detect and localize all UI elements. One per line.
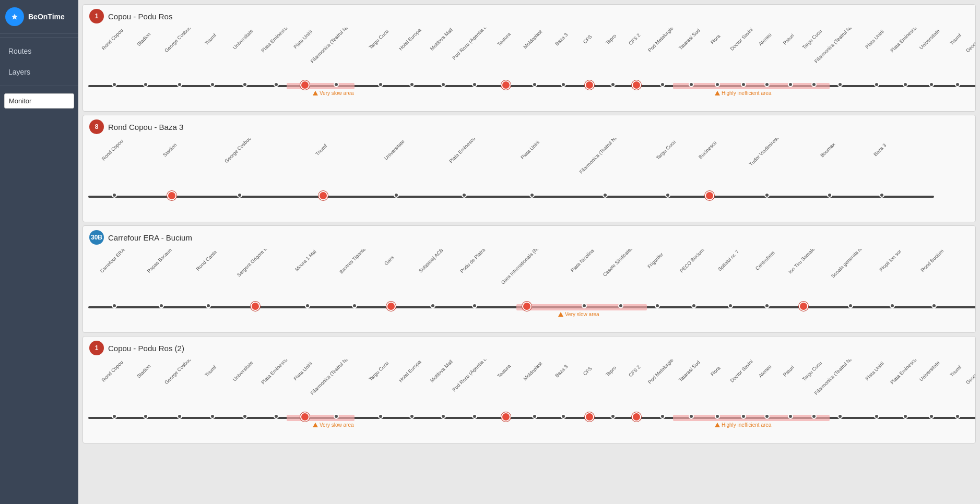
stop-dot[interactable]: [879, 193, 884, 198]
stop-dot[interactable]: [143, 414, 148, 419]
stop-dot[interactable]: [764, 193, 770, 198]
stop-dot[interactable]: [603, 193, 608, 198]
stop-dot[interactable]: [112, 414, 117, 419]
stop-dot[interactable]: [472, 414, 477, 419]
stop-dot[interactable]: [929, 414, 934, 419]
stop-dot[interactable]: [472, 82, 477, 87]
stop-dot[interactable]: [352, 303, 357, 308]
stop-dot-red[interactable]: [522, 302, 532, 311]
stop-dot[interactable]: [274, 82, 279, 87]
sidebar-item-routes[interactable]: Routes: [0, 41, 78, 62]
stop-dot[interactable]: [532, 82, 537, 87]
stop-dot[interactable]: [334, 414, 339, 419]
stop-dot[interactable]: [660, 82, 665, 87]
stop-dot[interactable]: [112, 303, 117, 308]
stop-dot-red[interactable]: [167, 191, 176, 200]
stop-dot[interactable]: [462, 193, 467, 198]
stop-dot-red[interactable]: [799, 302, 808, 311]
stop-dot[interactable]: [529, 193, 535, 198]
stop-dot[interactable]: [788, 82, 793, 87]
stop-dot[interactable]: [206, 303, 211, 308]
stop-dot[interactable]: [472, 303, 477, 308]
stop-dot[interactable]: [665, 193, 670, 198]
stop-dot[interactable]: [305, 303, 310, 308]
stop-dot[interactable]: [561, 82, 566, 87]
stop-dot-red[interactable]: [632, 80, 641, 90]
stop-dot[interactable]: [689, 414, 694, 419]
stop-dot[interactable]: [532, 414, 537, 419]
stop-dot[interactable]: [741, 414, 746, 419]
stop-dot-red[interactable]: [300, 412, 310, 422]
stop-dot[interactable]: [378, 82, 383, 87]
stop-dot[interactable]: [159, 303, 164, 308]
stop-dot[interactable]: [378, 414, 383, 419]
stop-dot[interactable]: [409, 82, 415, 87]
stop-dot[interactable]: [655, 303, 660, 308]
stop-dot[interactable]: [430, 303, 435, 308]
stop-dot[interactable]: [728, 303, 733, 308]
stop-dot[interactable]: [811, 82, 817, 87]
stop-dot[interactable]: [561, 414, 566, 419]
stop-dot-red[interactable]: [501, 412, 511, 422]
stop-dot[interactable]: [177, 82, 182, 87]
stop-dot[interactable]: [143, 82, 148, 87]
timeline-scroll[interactable]: Very slow areaCarrefour ERAPapas Bacauri…: [83, 249, 975, 332]
sidebar-item-layers[interactable]: Layers: [0, 62, 78, 82]
stop-dot[interactable]: [874, 82, 879, 87]
timeline-scroll[interactable]: Very slow area Highly inefficient areaRo…: [83, 359, 975, 443]
stop-dot[interactable]: [274, 414, 279, 419]
timeline-scroll[interactable]: Very slow area Highly inefficient areaRo…: [83, 28, 975, 111]
stop-dot[interactable]: [112, 82, 117, 87]
stop-dot[interactable]: [394, 193, 399, 198]
stop-dot[interactable]: [210, 82, 215, 87]
stop-dot[interactable]: [764, 414, 770, 419]
stop-dot-red[interactable]: [632, 412, 641, 422]
stop-dot[interactable]: [177, 414, 182, 419]
stop-dot[interactable]: [610, 82, 616, 87]
stop-dot[interactable]: [715, 82, 720, 87]
stop-dot[interactable]: [788, 414, 793, 419]
stop-dot[interactable]: [618, 303, 623, 308]
stop-dot[interactable]: [610, 414, 616, 419]
stop-dot[interactable]: [811, 414, 817, 419]
stop-dot[interactable]: [890, 303, 895, 308]
stop-dot[interactable]: [409, 414, 415, 419]
stop-dot[interactable]: [827, 193, 832, 198]
stop-dot-red[interactable]: [318, 191, 328, 200]
timeline-scroll[interactable]: Rond CopouStadionGeorge CosbucTriumfUniv…: [83, 138, 975, 222]
stop-dot[interactable]: [848, 303, 853, 308]
stop-dot-red[interactable]: [300, 80, 310, 90]
stop-dot-red[interactable]: [585, 80, 594, 90]
stop-dot[interactable]: [903, 82, 908, 87]
stop-dot[interactable]: [441, 82, 446, 87]
stop-dot[interactable]: [764, 303, 770, 308]
stop-dot[interactable]: [903, 414, 908, 419]
stop-dot[interactable]: [237, 193, 242, 198]
stop-dot[interactable]: [764, 82, 770, 87]
stop-dot[interactable]: [582, 303, 587, 308]
stop-dot[interactable]: [955, 414, 960, 419]
stop-dot[interactable]: [929, 82, 934, 87]
stop-dot[interactable]: [210, 414, 215, 419]
stop-dot[interactable]: [691, 303, 696, 308]
stop-dot-red[interactable]: [386, 302, 396, 311]
stop-dot[interactable]: [837, 414, 843, 419]
stop-dot-red[interactable]: [501, 80, 511, 90]
stop-dot[interactable]: [660, 414, 665, 419]
stop-dot[interactable]: [741, 82, 746, 87]
stop-dot-red[interactable]: [251, 302, 260, 311]
stop-dot[interactable]: [837, 82, 843, 87]
stop-dot[interactable]: [334, 82, 339, 87]
monitor-input[interactable]: [4, 93, 74, 109]
stop-dot[interactable]: [931, 303, 937, 308]
stop-dot[interactable]: [874, 414, 879, 419]
stop-dot[interactable]: [955, 82, 960, 87]
stop-dot[interactable]: [715, 414, 720, 419]
stop-dot[interactable]: [441, 414, 446, 419]
stop-dot[interactable]: [242, 82, 247, 87]
stop-dot[interactable]: [689, 82, 694, 87]
stop-dot-red[interactable]: [585, 412, 594, 422]
stop-dot[interactable]: [242, 414, 247, 419]
stop-dot[interactable]: [112, 193, 117, 198]
stop-dot-red[interactable]: [705, 191, 714, 200]
